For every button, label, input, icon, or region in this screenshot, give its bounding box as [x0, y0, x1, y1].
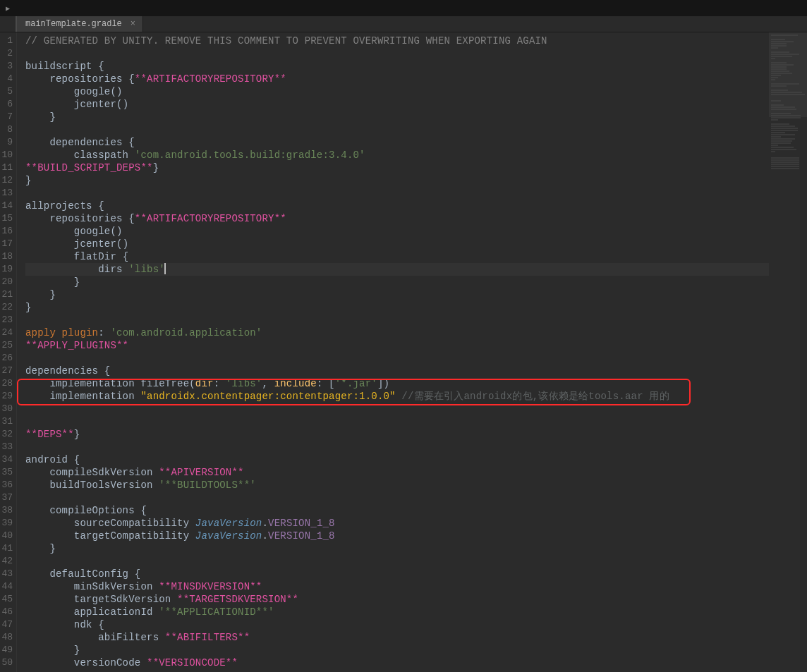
code-line: ndk {	[25, 618, 769, 631]
code-line: dirs 'libs'	[25, 263, 769, 276]
code-line: apply plugin: 'com.android.application'	[25, 326, 769, 339]
code-line: // GENERATED BY UNITY. REMOVE THIS COMME…	[25, 35, 769, 47]
code-minimap[interactable]	[769, 32, 807, 672]
line-number: 9	[0, 136, 16, 149]
code-line	[25, 415, 769, 428]
line-number: 22	[0, 301, 16, 314]
code-line: android {	[25, 453, 769, 466]
minimap-line	[771, 134, 795, 135]
code-line: applicationId '**APPLICATIONID**'	[25, 606, 769, 618]
minimap-line	[771, 109, 796, 110]
code-line: google()	[25, 85, 769, 98]
minimap-line	[771, 168, 799, 169]
code-line: dependencies {	[25, 136, 769, 149]
line-number: 11	[0, 161, 16, 174]
minimap-line	[771, 151, 775, 152]
line-number: 19	[0, 263, 16, 276]
minimap-line	[771, 140, 792, 142]
minimap-line	[771, 56, 792, 57]
code-line: }	[25, 174, 769, 187]
minimap-line	[771, 73, 792, 74]
minimap-line	[771, 41, 794, 42]
code-line: google()	[25, 225, 769, 238]
line-number: 15	[0, 212, 16, 225]
line-number: 16	[0, 225, 16, 238]
line-number: 28	[0, 377, 16, 390]
minimap-line	[771, 75, 781, 76]
line-number: 8	[0, 123, 16, 136]
minimap-line	[771, 94, 805, 95]
line-number: 44	[0, 580, 16, 593]
minimap-line	[771, 123, 789, 125]
code-line	[25, 123, 769, 136]
line-number: 18	[0, 250, 16, 263]
minimap-line	[771, 126, 795, 127]
code-line: buildscript {	[25, 60, 769, 73]
code-line: implementation fileTree(dir: 'libs', inc…	[25, 377, 769, 390]
line-number: 1	[0, 35, 16, 47]
line-number: 42	[0, 555, 16, 568]
line-number: 27	[0, 365, 16, 377]
minimap-line	[771, 147, 794, 148]
line-number: 36	[0, 479, 16, 491]
line-number: 40	[0, 530, 16, 542]
minimap-line	[771, 43, 787, 44]
tab-main-template[interactable]: mainTemplate.gradle ×	[16, 16, 143, 32]
code-line: **BUILD_SCRIPT_DEPS**}	[25, 161, 769, 174]
code-line: versionCode **VERSIONCODE**	[25, 656, 769, 669]
code-line: repositories {**ARTIFACTORYREPOSITORY**	[25, 212, 769, 225]
line-number: 14	[0, 200, 16, 212]
code-line: defaultConfig {	[25, 568, 769, 580]
minimap-line	[771, 79, 775, 80]
workspace: 1234567891011121314151617181920212223242…	[0, 32, 807, 672]
minimap-line	[771, 117, 801, 118]
code-line: }	[25, 276, 769, 288]
tab-label: mainTemplate.gradle	[25, 19, 122, 29]
code-line: }	[25, 288, 769, 301]
code-line	[25, 47, 769, 60]
code-line: classpath 'com.android.tools.build:gradl…	[25, 149, 769, 161]
minimap-line	[771, 68, 787, 70]
line-number: 47	[0, 618, 16, 631]
code-line	[25, 314, 769, 326]
text-caret	[164, 263, 166, 274]
line-gutter: 1234567891011121314151617181920212223242…	[0, 32, 17, 672]
line-number: 20	[0, 276, 16, 288]
line-number: 41	[0, 542, 16, 555]
minimap-line	[771, 45, 787, 47]
code-line: }	[25, 301, 769, 314]
line-number: 34	[0, 453, 16, 466]
minimap-line	[771, 166, 799, 167]
line-number: 23	[0, 314, 16, 326]
close-icon[interactable]: ×	[131, 19, 135, 29]
minimap-line	[771, 149, 796, 150]
line-number: 31	[0, 415, 16, 428]
minimap-line	[771, 71, 789, 72]
tab-bar: mainTemplate.gradle ×	[0, 16, 807, 32]
line-number: 30	[0, 403, 16, 415]
minimap-line	[771, 100, 781, 102]
line-number: 50	[0, 656, 16, 669]
code-line: targetSdkVersion **TARGETSDKVERSION**	[25, 593, 769, 606]
code-line: allprojects {	[25, 200, 769, 212]
code-editor[interactable]: // GENERATED BY UNITY. REMOVE THIS COMME…	[17, 32, 769, 672]
code-line	[25, 491, 769, 504]
minimap-line	[771, 104, 784, 106]
line-number: 35	[0, 466, 16, 479]
line-number: 10	[0, 149, 16, 161]
code-line: implementation "androidx.contentpager:co…	[25, 390, 769, 403]
minimap-line	[771, 164, 799, 165]
minimap-line	[771, 83, 799, 85]
run-icon[interactable]: ▶	[0, 0, 16, 16]
minimap-line	[771, 113, 791, 114]
minimap-line	[771, 142, 791, 144]
code-line: }	[25, 542, 769, 555]
code-line: dependencies {	[25, 365, 769, 377]
code-line: jcenter()	[25, 238, 769, 250]
line-number: 24	[0, 326, 16, 339]
line-number: 45	[0, 593, 16, 606]
window-titlebar: ▶	[0, 0, 807, 16]
minimap-line	[771, 145, 778, 146]
line-number: 7	[0, 111, 16, 123]
code-line: }	[25, 644, 769, 656]
